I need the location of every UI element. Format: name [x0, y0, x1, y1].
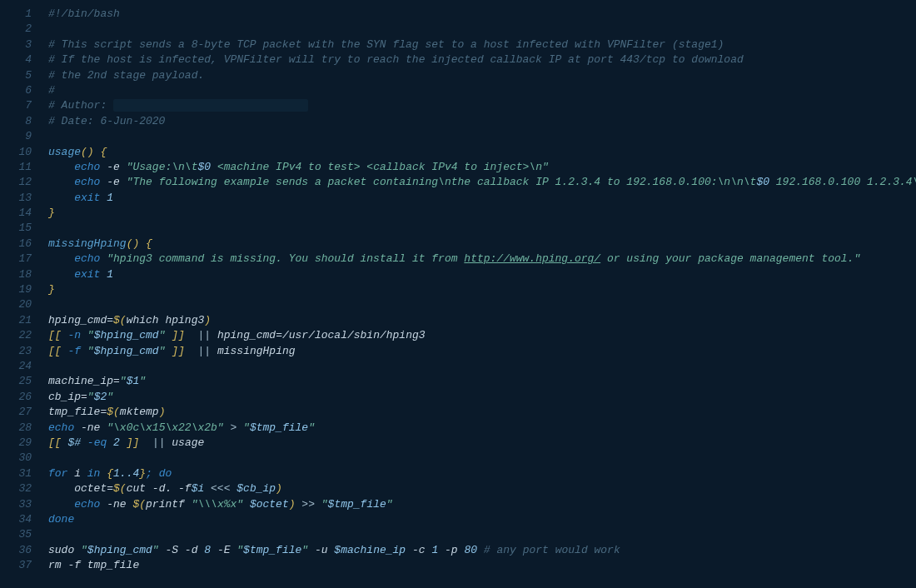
- token-br: ): [289, 498, 296, 511]
- code-line[interactable]: echo -ne $(printf "\\\x%x" $octet) >> "$…: [48, 497, 916, 512]
- token-kw: exit: [74, 192, 100, 204]
- token-plain: -c: [406, 544, 431, 556]
- code-line[interactable]: [[ $# -eq 2 ]] || usage: [48, 436, 916, 451]
- code-line[interactable]: #!/bin/bash: [48, 7, 916, 22]
- token-plain: [204, 482, 211, 495]
- token-redact: [113, 99, 308, 112]
- token-plain: cb_ip=: [48, 391, 87, 403]
- code-editor[interactable]: 1234567891011121314151617181920212223242…: [0, 0, 916, 588]
- code-line[interactable]: cb_ip="$2": [48, 390, 916, 405]
- token-str: "The following example sends a packet co…: [127, 176, 757, 188]
- code-line[interactable]: tmp_file=$(mktemp): [48, 405, 916, 420]
- code-line[interactable]: [48, 359, 916, 374]
- code-line[interactable]: hping_cmd=$(which hping3): [48, 313, 916, 328]
- token-plain: cut -d. -f: [127, 482, 192, 495]
- token-plain: [81, 329, 87, 341]
- token-var: $octet: [250, 498, 289, 511]
- line-number: 12: [0, 175, 42, 190]
- token-plain: -u: [308, 544, 334, 556]
- token-plain: [477, 544, 484, 556]
- token-plain: hping_cmd=: [48, 314, 113, 326]
- code-line[interactable]: # Date: 6-Jun-2020: [48, 114, 916, 129]
- code-line[interactable]: [48, 297, 916, 312]
- code-line[interactable]: for i in {1..4}; do: [48, 466, 916, 481]
- token-plain: [48, 161, 74, 173]
- token-str: ": [301, 544, 308, 556]
- line-number: 13: [0, 191, 42, 206]
- code-area[interactable]: #!/bin/bash# This script sends a 8-byte …: [42, 0, 916, 588]
- token-br: }: [48, 283, 55, 296]
- code-line[interactable]: usage() {: [48, 145, 916, 160]
- code-line[interactable]: [48, 221, 916, 236]
- code-line[interactable]: missingHping() {: [48, 237, 916, 252]
- code-line[interactable]: machine_ip="$1": [48, 374, 916, 389]
- token-str: ": [236, 544, 243, 556]
- token-br: }: [48, 207, 55, 219]
- token-num: 2: [113, 436, 120, 449]
- token-op: <<<: [211, 482, 230, 495]
- code-line[interactable]: echo -e "Usage:\n\t$0 <machine IPv4 to t…: [48, 160, 916, 175]
- token-var: $machine_ip: [334, 544, 406, 556]
- token-fn: missingHping: [48, 237, 127, 250]
- code-line[interactable]: echo -ne "\x0c\x15\x22\x2b" > "$tmp_file…: [48, 421, 916, 436]
- code-line[interactable]: # Author:: [48, 98, 916, 113]
- token-br: }: [139, 467, 146, 480]
- token-plain: which hping3: [127, 314, 205, 326]
- code-line[interactable]: rm -f tmp_file: [48, 558, 916, 573]
- code-line[interactable]: [48, 129, 916, 144]
- code-line[interactable]: done: [48, 512, 916, 527]
- code-line[interactable]: exit 1: [48, 191, 916, 206]
- token-kw: echo: [74, 252, 100, 265]
- token-num: 1: [107, 192, 113, 204]
- code-line[interactable]: [[ -n "$hping_cmd" ]] || hping_cmd=/usr/…: [48, 328, 916, 343]
- token-str: ": [107, 391, 113, 403]
- token-br: $(: [107, 406, 120, 418]
- token-br: $(: [132, 498, 146, 511]
- token-br: {: [100, 146, 107, 158]
- token-op: ||: [198, 329, 212, 341]
- token-var: $hping_cmd: [94, 345, 159, 357]
- token-var: $2: [94, 391, 107, 403]
- line-number: 36: [0, 543, 42, 558]
- code-line[interactable]: # the 2nd stage payload.: [48, 68, 916, 83]
- token-plain: [185, 329, 198, 341]
- token-var: $tmp_file: [243, 544, 301, 556]
- code-line[interactable]: octet=$(cut -d. -f$i <<< $cb_ip): [48, 481, 916, 496]
- code-line[interactable]: [[ -f "$hping_cmd" ]] || missingHping: [48, 344, 916, 359]
- code-line[interactable]: # If the host is infected, VPNFilter wil…: [48, 52, 916, 67]
- code-line[interactable]: [48, 22, 916, 37]
- line-number: 37: [0, 558, 42, 573]
- token-url: http://www.hping.org/: [464, 252, 600, 265]
- line-number: 3: [0, 37, 42, 52]
- line-number: 31: [0, 466, 42, 481]
- code-line[interactable]: #: [48, 83, 916, 98]
- line-number: 29: [0, 436, 42, 451]
- code-line[interactable]: [48, 527, 916, 542]
- token-plain: machine_ip=: [48, 375, 120, 387]
- token-cmt: # the 2nd stage payload.: [48, 69, 204, 82]
- code-line[interactable]: }: [48, 206, 916, 221]
- token-plain: -S -d: [159, 544, 205, 556]
- token-kw: -f: [67, 345, 81, 357]
- token-kw: exit: [74, 268, 100, 281]
- code-line[interactable]: # This script sends a 8-byte TCP packet …: [48, 37, 916, 52]
- token-cmt: #!/bin/bash: [48, 7, 120, 20]
- token-cmt: # If the host is infected, VPNFilter wil…: [48, 53, 744, 66]
- token-plain: [185, 345, 198, 357]
- line-number: 15: [0, 221, 42, 236]
- token-cmt: # Author:: [48, 99, 113, 112]
- code-line[interactable]: exit 1: [48, 267, 916, 282]
- token-kw: in: [87, 467, 101, 480]
- token-fn: usage: [48, 146, 81, 158]
- code-line[interactable]: echo "hping3 command is missing. You sho…: [48, 252, 916, 267]
- token-plain: rm -f tmp_file: [48, 559, 139, 571]
- token-cmt: # This script sends a 8-byte TCP packet …: [48, 38, 724, 51]
- line-number: 16: [0, 237, 42, 252]
- token-str: ": [87, 345, 94, 357]
- code-line[interactable]: echo -e "The following example sends a p…: [48, 175, 916, 190]
- token-var: $1: [127, 375, 140, 387]
- code-line[interactable]: }: [48, 282, 916, 297]
- code-line[interactable]: [48, 451, 916, 466]
- code-line[interactable]: sudo "$hping_cmd" -S -d 8 -E "$tmp_file"…: [48, 543, 916, 558]
- token-var: $cb_ip: [236, 482, 276, 495]
